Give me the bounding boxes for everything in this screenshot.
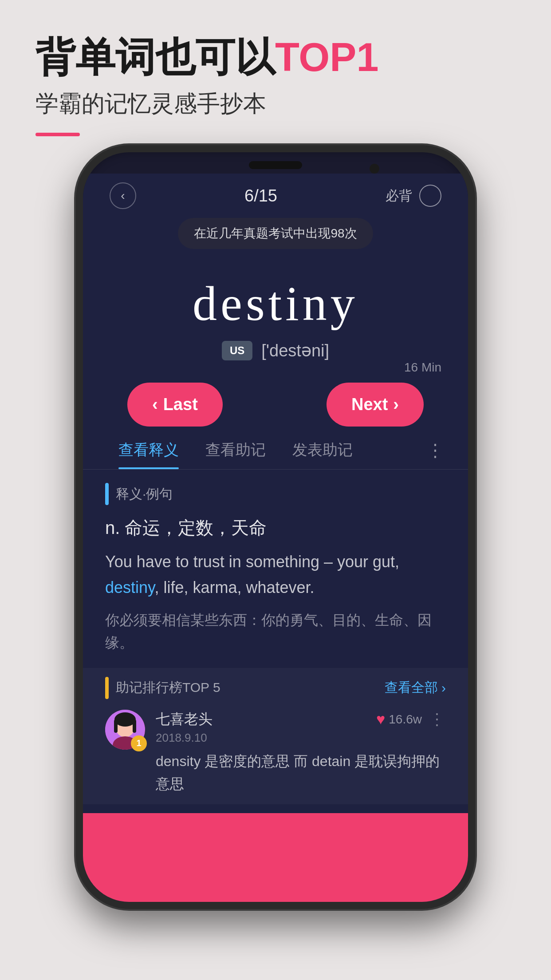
last-icon: ‹ (152, 395, 158, 414)
headline-prefix: 背单词也可以 (35, 36, 275, 79)
tab-definition[interactable]: 查看释义 (105, 440, 192, 469)
definition-pos: n. 命运，定数，天命 (105, 516, 446, 540)
rank-badge: 1 (131, 735, 147, 751)
pronunciation-row: US ['destəni] (110, 341, 441, 360)
more-options-button[interactable]: ⋮ (429, 710, 446, 729)
example-zh: 你必须要相信某些东西：你的勇气、目的、生命、因缘。 (105, 609, 446, 654)
time-hint: 16 Min (404, 360, 441, 375)
example-highlight: destiny (105, 578, 154, 597)
next-icon: › (393, 395, 399, 414)
mnemonic-meta: ♥ 16.6w ⋮ (376, 710, 446, 729)
phone-container: ‹ 6/15 必背 在近几年真题考试中出现98次 destiny (76, 145, 475, 909)
tab-mnemonic-post[interactable]: 发表助记 (279, 440, 366, 469)
tab-mnemonic-post-label: 发表助记 (292, 441, 353, 458)
example-en-after: , life, karma, whatever. (154, 578, 314, 597)
next-button[interactable]: Next › (327, 383, 424, 427)
headline: 背单词也可以 TOP1 (35, 36, 516, 79)
phone-top-bar (83, 152, 468, 174)
definition-label-text: 释义·例句 (116, 485, 173, 503)
phone-camera (370, 164, 379, 174)
see-all-label: 查看全部 (385, 679, 438, 697)
mnemonic-label-text: 助记排行榜TOP 5 (116, 679, 220, 697)
last-label: Last (163, 395, 198, 414)
tab-more-icon[interactable]: ⋮ (426, 440, 446, 469)
definition-section: 释义·例句 n. 命运，定数，天命 You have to trust in s… (83, 470, 468, 668)
back-icon: ‹ (121, 189, 125, 203)
mnemonic-item: 1 七喜老头 ♥ 16.6w ⋮ (105, 710, 446, 795)
next-label: Next (351, 395, 388, 414)
mnemonic-section: 助记排行榜TOP 5 查看全部 › (83, 668, 468, 804)
bottom-accent (83, 813, 468, 902)
example-en-before: You have to trust in something – your gu… (105, 553, 399, 571)
must-memorize: 必背 (386, 185, 441, 207)
tooltip-area: 在近几年真题考试中出现98次 (83, 218, 468, 249)
must-memorize-label: 必背 (386, 187, 412, 205)
heart-icon: ♥ (376, 711, 385, 728)
like-button[interactable]: ♥ 16.6w (376, 711, 422, 728)
avatar-container: 1 (105, 710, 145, 750)
nav-buttons-row: ‹ Last Next › (105, 374, 446, 431)
last-button[interactable]: ‹ Last (127, 383, 223, 427)
mnemonic-label-row: 助记排行榜TOP 5 (105, 677, 220, 699)
phone-side-button-left (76, 285, 78, 321)
mnemonic-content: 七喜老头 ♥ 16.6w ⋮ 2018.9.10 de (156, 710, 446, 795)
see-all-icon: › (441, 680, 446, 695)
phonetic: ['destəni] (261, 341, 329, 360)
svg-rect-5 (133, 719, 136, 733)
main-word: destiny (110, 276, 441, 332)
svg-rect-4 (114, 719, 118, 733)
example-en: You have to trust in something – your gu… (105, 549, 446, 600)
nav-area: 16 Min ‹ Last Next › (83, 374, 468, 431)
back-button[interactable]: ‹ (110, 182, 136, 209)
like-count: 16.6w (389, 712, 422, 727)
phone-shell: ‹ 6/15 必背 在近几年真题考试中出现98次 destiny (76, 145, 475, 909)
mnemonic-text: density 是密度的意思 而 detain 是耽误拘押的意思 (156, 750, 446, 795)
page-wrapper: 背单词也可以 TOP1 学霸的记忆灵感手抄本 ‹ (0, 0, 551, 980)
definition-section-label: 释义·例句 (105, 483, 446, 505)
mnemonic-user-row: 七喜老头 ♥ 16.6w ⋮ (156, 710, 446, 729)
mnemonic-date: 2018.9.10 (156, 731, 446, 745)
tab-mnemonic-view[interactable]: 查看助记 (192, 440, 279, 469)
tooltip: 在近几年真题考试中出现98次 (178, 218, 373, 249)
tab-definition-label: 查看释义 (118, 441, 179, 458)
see-all-button[interactable]: 查看全部 › (385, 679, 446, 697)
phone-side-button-right2 (473, 379, 475, 414)
headline-highlight: TOP1 (275, 36, 378, 79)
us-badge: US (222, 341, 252, 360)
tab-mnemonic-view-label: 查看助记 (205, 441, 266, 458)
progress-text: 6/15 (244, 186, 277, 205)
mnemonic-username: 七喜老头 (156, 710, 213, 729)
definition-label-bar (105, 483, 109, 505)
tab-bar: 查看释义 查看助记 发表助记 ⋮ (83, 431, 468, 470)
mnemonic-label-bar (105, 677, 109, 699)
status-bar: ‹ 6/15 必背 (83, 174, 468, 213)
must-memorize-icon[interactable] (419, 185, 441, 207)
phone-screen: ‹ 6/15 必背 在近几年真题考试中出现98次 destiny (83, 174, 468, 902)
top-section: 背单词也可以 TOP1 学霸的记忆灵感手抄本 (0, 0, 551, 154)
phone-speaker (249, 161, 302, 169)
mnemonic-header: 助记排行榜TOP 5 查看全部 › (105, 677, 446, 699)
accent-line (35, 133, 80, 136)
subheadline: 学霸的记忆灵感手抄本 (35, 88, 516, 119)
svg-point-3 (114, 712, 136, 727)
word-section: destiny US ['destəni] (83, 249, 468, 374)
phone-side-button-right (473, 308, 475, 361)
